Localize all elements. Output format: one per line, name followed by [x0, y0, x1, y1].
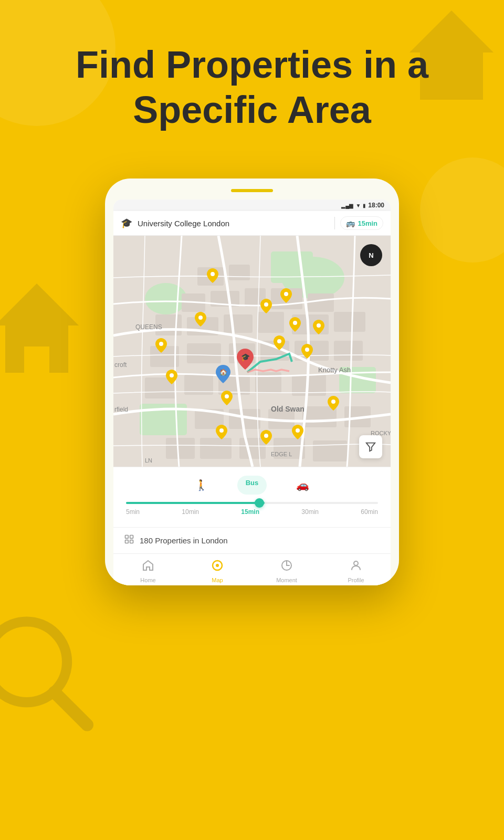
bg-magnifier-decoration: [0, 609, 100, 735]
slider-fill: [126, 502, 265, 504]
bus-tab-label: Bus: [246, 479, 259, 487]
bg-decoration-2: [420, 158, 504, 262]
nav-moment[interactable]: Moment: [252, 559, 321, 583]
svg-point-55: [211, 272, 215, 276]
svg-rect-73: [125, 536, 129, 539]
map-pins: 🎓 🏠: [113, 236, 391, 467]
svg-point-67: [296, 428, 300, 433]
transit-time: 15min: [358, 219, 377, 227]
home-nav-label: Home: [140, 577, 155, 583]
svg-rect-2: [24, 346, 49, 373]
profile-nav-icon: [350, 559, 362, 575]
svg-rect-74: [130, 536, 133, 539]
svg-rect-75: [125, 540, 129, 543]
properties-bar: 180 Properties in London: [113, 527, 391, 553]
nav-profile[interactable]: Profile: [321, 559, 391, 583]
map-nav-icon: [211, 559, 224, 575]
filter-button[interactable]: [359, 435, 382, 458]
transit-badge[interactable]: 🚌 15min: [340, 216, 383, 230]
svg-marker-72: [366, 443, 375, 452]
time-label-15: 15min: [241, 508, 259, 516]
walk-tab[interactable]: 🚶: [186, 476, 216, 495]
moment-nav-label: Moment: [276, 577, 297, 583]
svg-point-78: [216, 564, 219, 567]
time-label-60: 60min: [361, 508, 378, 516]
signal-icon: ▂▄▆: [341, 203, 353, 208]
slider-thumb[interactable]: [255, 498, 264, 508]
svg-marker-1: [0, 284, 79, 326]
transport-panel: 🚶 Bus 🚗 5min: [113, 467, 391, 527]
svg-point-80: [354, 561, 358, 565]
svg-point-62: [277, 339, 281, 343]
location-label: University College London: [138, 219, 329, 228]
svg-point-56: [159, 342, 163, 346]
map-area[interactable]: QUEENS croft Knotty Ash Old Swan rfield …: [113, 236, 391, 467]
svg-point-61: [264, 302, 268, 307]
properties-count: 180 Properties in London: [140, 536, 228, 545]
phone-screen: ▂▄▆ ▼ ▮ 18:00 🎓 University College Londo…: [113, 200, 391, 585]
svg-point-66: [284, 292, 288, 296]
divider: [334, 217, 335, 229]
profile-nav-label: Profile: [348, 577, 364, 583]
svg-point-63: [293, 321, 297, 325]
slider-track: [126, 502, 378, 504]
phone-mockup: ▂▄▆ ▼ ▮ 18:00 🎓 University College Londo…: [105, 178, 399, 585]
graduation-icon: 🎓: [121, 217, 132, 229]
svg-rect-76: [130, 540, 133, 543]
phone-frame: ▂▄▆ ▼ ▮ 18:00 🎓 University College Londo…: [105, 178, 399, 585]
svg-text:🏠: 🏠: [219, 368, 227, 376]
status-time: 18:00: [368, 202, 384, 209]
time-label-30: 30min: [301, 508, 319, 516]
time-slider[interactable]: 5min 10min 15min 30min 60min: [124, 502, 380, 516]
slider-labels: 5min 10min 15min 30min 60min: [126, 508, 378, 516]
svg-line-4: [55, 692, 87, 724]
nav-map[interactable]: Map: [183, 559, 252, 583]
bg-house-decoration: [0, 273, 89, 378]
svg-point-60: [219, 428, 224, 433]
bus-tab[interactable]: Bus: [237, 476, 267, 495]
svg-point-68: [264, 434, 268, 438]
svg-point-65: [317, 323, 321, 328]
time-label-5: 5min: [126, 508, 140, 516]
status-bar: ▂▄▆ ▼ ▮ 18:00: [113, 200, 391, 211]
search-bar[interactable]: 🎓 University College London 🚌 15min: [113, 211, 391, 236]
svg-point-57: [170, 373, 174, 377]
headline-title: Find Properties in a Specific Area: [42, 42, 462, 133]
bus-icon: 🚌: [346, 219, 355, 227]
svg-point-69: [331, 400, 335, 404]
svg-point-64: [305, 348, 309, 352]
compass-letter: N: [369, 251, 373, 259]
bottom-nav: Home Map: [113, 553, 391, 585]
car-icon: 🚗: [296, 479, 309, 491]
moment-nav-icon: [280, 559, 293, 575]
map-nav-label: Map: [212, 577, 223, 583]
wifi-icon: ▼: [355, 203, 361, 208]
phone-notch: [231, 189, 273, 192]
walk-icon: 🚶: [195, 479, 208, 491]
compass: N: [360, 244, 382, 266]
svg-text:🎓: 🎓: [241, 353, 250, 362]
svg-point-59: [225, 394, 229, 398]
transport-tabs: 🚶 Bus 🚗: [124, 476, 380, 495]
grid-icon: [124, 534, 134, 547]
nav-home[interactable]: Home: [113, 559, 183, 583]
svg-point-58: [198, 316, 203, 320]
car-tab[interactable]: 🚗: [288, 476, 318, 495]
filter-icon: [365, 441, 376, 453]
time-label-10: 10min: [182, 508, 199, 516]
headline-section: Find Properties in a Specific Area: [0, 42, 504, 133]
battery-icon: ▮: [363, 203, 366, 208]
home-nav-icon: [142, 559, 154, 575]
